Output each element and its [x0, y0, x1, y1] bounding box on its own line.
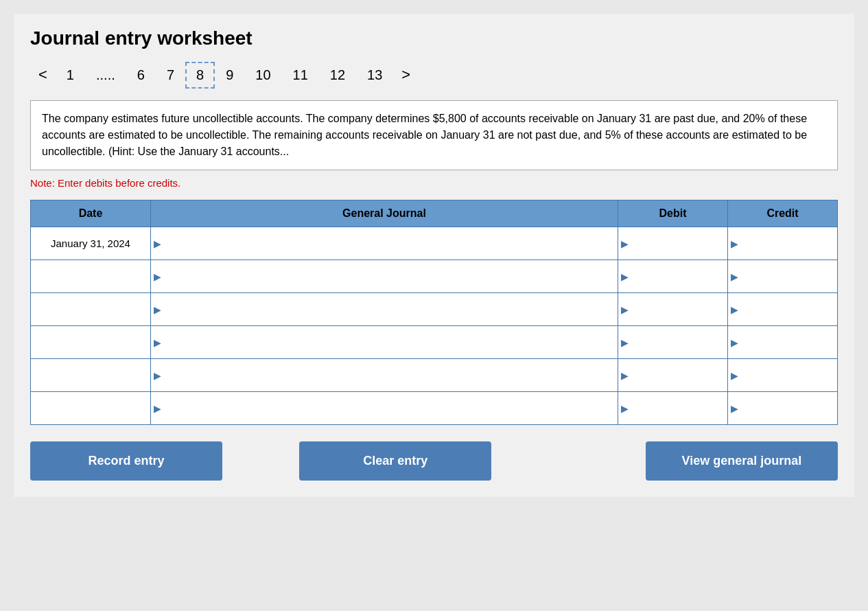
debit-input-3[interactable] — [631, 326, 727, 358]
note-text: Note: Enter debits before credits. — [30, 177, 838, 189]
description-box: The company estimates future uncollectib… — [30, 100, 838, 170]
table-row: ▶▶▶ — [31, 260, 838, 293]
debit-arrow-1: ▶ — [618, 260, 631, 292]
pagination-item-10[interactable]: 10 — [244, 62, 281, 89]
debit-cell-0[interactable]: ▶ — [618, 227, 728, 260]
buttons-row: Record entry Clear entry View general jo… — [30, 441, 838, 481]
gj-arrow-2: ▶ — [151, 293, 164, 325]
view-general-journal-button[interactable]: View general journal — [646, 441, 838, 481]
gj-arrow-5: ▶ — [151, 392, 164, 424]
table-row: ▶▶▶ — [31, 293, 838, 326]
credit-input-4[interactable] — [741, 359, 837, 391]
header-credit: Credit — [728, 200, 838, 227]
main-container: Journal entry worksheet < 1 ..... 6 7 8 … — [14, 14, 854, 497]
gj-input-3[interactable] — [164, 326, 618, 358]
gj-cell-0[interactable]: ▶ — [151, 227, 618, 260]
credit-input-3[interactable] — [741, 326, 837, 358]
gj-cell-2[interactable]: ▶ — [151, 293, 618, 326]
gj-input-1[interactable] — [164, 260, 618, 292]
date-cell-0: January 31, 2024 — [31, 227, 151, 260]
pagination: < 1 ..... 6 7 8 9 10 11 12 13 > — [30, 60, 838, 89]
table-row: ▶▶▶ — [31, 326, 838, 359]
debit-input-4[interactable] — [631, 359, 727, 391]
credit-cell-0[interactable]: ▶ — [728, 227, 838, 260]
credit-arrow-5: ▶ — [728, 392, 741, 424]
table-row: ▶▶▶ — [31, 359, 838, 392]
date-cell-5 — [31, 392, 151, 425]
gj-input-0[interactable] — [164, 227, 618, 260]
table-row: January 31, 2024▶▶▶ — [31, 227, 838, 260]
record-entry-button[interactable]: Record entry — [30, 441, 222, 481]
credit-cell-5[interactable]: ▶ — [728, 392, 838, 425]
clear-entry-button[interactable]: Clear entry — [299, 441, 491, 481]
credit-input-0[interactable] — [741, 227, 837, 260]
journal-table: Date General Journal Debit Credit Januar… — [30, 200, 838, 425]
header-debit: Debit — [618, 200, 728, 227]
gj-input-4[interactable] — [164, 359, 618, 391]
debit-input-0[interactable] — [631, 227, 727, 260]
credit-cell-4[interactable]: ▶ — [728, 359, 838, 392]
pagination-item-11[interactable]: 11 — [282, 62, 319, 89]
pagination-item-12[interactable]: 12 — [319, 62, 356, 89]
pagination-item-13[interactable]: 13 — [356, 62, 393, 89]
gj-cell-4[interactable]: ▶ — [151, 359, 618, 392]
credit-input-2[interactable] — [741, 293, 837, 325]
date-cell-1 — [31, 260, 151, 293]
gj-arrow-4: ▶ — [151, 359, 164, 391]
pagination-prev[interactable]: < — [30, 60, 56, 89]
credit-input-5[interactable] — [741, 392, 837, 424]
header-date: Date — [31, 200, 151, 227]
debit-input-5[interactable] — [631, 392, 727, 424]
header-general-journal: General Journal — [151, 200, 618, 227]
credit-arrow-2: ▶ — [728, 293, 741, 325]
debit-cell-5[interactable]: ▶ — [618, 392, 728, 425]
debit-arrow-4: ▶ — [618, 359, 631, 391]
credit-input-1[interactable] — [741, 260, 837, 292]
gj-cell-1[interactable]: ▶ — [151, 260, 618, 293]
debit-cell-1[interactable]: ▶ — [618, 260, 728, 293]
pagination-item-9[interactable]: 9 — [215, 62, 244, 89]
date-cell-3 — [31, 326, 151, 359]
debit-arrow-3: ▶ — [618, 326, 631, 358]
page-title: Journal entry worksheet — [30, 27, 838, 49]
debit-arrow-2: ▶ — [618, 293, 631, 325]
credit-cell-1[interactable]: ▶ — [728, 260, 838, 293]
debit-cell-3[interactable]: ▶ — [618, 326, 728, 359]
credit-cell-3[interactable]: ▶ — [728, 326, 838, 359]
credit-arrow-4: ▶ — [728, 359, 741, 391]
table-row: ▶▶▶ — [31, 392, 838, 425]
pagination-item-8[interactable]: 8 — [185, 62, 215, 89]
debit-arrow-0: ▶ — [618, 227, 631, 260]
pagination-item-6[interactable]: 6 — [126, 62, 156, 89]
pagination-item-7[interactable]: 7 — [156, 62, 185, 89]
credit-cell-2[interactable]: ▶ — [728, 293, 838, 326]
gj-cell-3[interactable]: ▶ — [151, 326, 618, 359]
pagination-item-1[interactable]: 1 — [56, 62, 85, 89]
date-cell-4 — [31, 359, 151, 392]
credit-arrow-0: ▶ — [728, 227, 741, 260]
pagination-item-dots: ..... — [85, 62, 126, 89]
credit-arrow-3: ▶ — [728, 326, 741, 358]
debit-arrow-5: ▶ — [618, 392, 631, 424]
date-cell-2 — [31, 293, 151, 326]
debit-cell-4[interactable]: ▶ — [618, 359, 728, 392]
gj-input-2[interactable] — [164, 293, 618, 325]
gj-arrow-0: ▶ — [151, 227, 164, 260]
gj-arrow-1: ▶ — [151, 260, 164, 292]
gj-cell-5[interactable]: ▶ — [151, 392, 618, 425]
credit-arrow-1: ▶ — [728, 260, 741, 292]
debit-input-2[interactable] — [631, 293, 727, 325]
debit-input-1[interactable] — [631, 260, 727, 292]
gj-arrow-3: ▶ — [151, 326, 164, 358]
gj-input-5[interactable] — [164, 392, 618, 424]
pagination-next[interactable]: > — [393, 60, 419, 89]
debit-cell-2[interactable]: ▶ — [618, 293, 728, 326]
